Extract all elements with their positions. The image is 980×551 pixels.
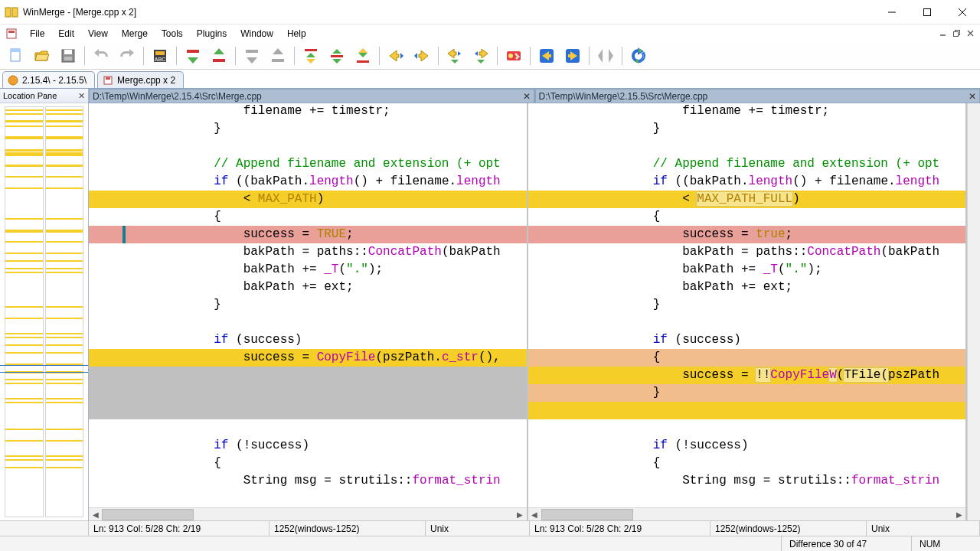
code-line[interactable]: if (success): [528, 331, 966, 349]
code-line[interactable]: [528, 402, 966, 419]
code-line[interactable]: bakPath += _T(".");: [89, 261, 527, 279]
left-horizontal-scrollbar[interactable]: ◀ ▶: [89, 507, 527, 520]
status-left-enc[interactable]: 1252(windows-1252): [270, 521, 426, 536]
code-line[interactable]: success = true;: [528, 226, 966, 243]
code-line[interactable]: }: [528, 296, 966, 314]
mdi-restore-button[interactable]: [949, 28, 963, 40]
copy-right-button[interactable]: [384, 44, 408, 68]
code-line[interactable]: success = CopyFile(pszPath.c_str(),: [89, 349, 527, 367]
scroll-left-arrow-icon[interactable]: ◀: [528, 508, 541, 521]
location-track-left[interactable]: [5, 106, 44, 517]
code-line[interactable]: if (success): [89, 331, 527, 349]
location-pane-body[interactable]: [0, 103, 88, 520]
menu-view[interactable]: View: [81, 27, 115, 41]
code-line[interactable]: bakPath += ext;: [528, 279, 966, 296]
code-line[interactable]: [89, 367, 527, 384]
code-line[interactable]: bakPath += ext;: [89, 279, 527, 296]
options-button[interactable]: [501, 44, 526, 68]
prev-diff-button[interactable]: [207, 44, 231, 68]
code-line[interactable]: // Append filename and extension (+ opt: [528, 155, 966, 173]
close-button[interactable]: [945, 1, 980, 24]
undo-button[interactable]: [89, 44, 113, 68]
last-diff-button[interactable]: [351, 44, 375, 68]
menu-help[interactable]: Help: [280, 27, 313, 41]
code-line[interactable]: filename += timestr;: [528, 103, 966, 120]
show-whitespace-button[interactable]: ABC: [148, 44, 172, 68]
left-pane-close-button[interactable]: ✕: [523, 91, 531, 102]
mdi-doc-icon[interactable]: [5, 27, 18, 41]
location-pane-close-button[interactable]: ✕: [78, 91, 85, 101]
code-line[interactable]: < MAX_PATH_FULL): [528, 191, 966, 208]
tab-file-compare[interactable]: Merge.cpp x 2: [97, 71, 184, 88]
code-line[interactable]: bakPath += _T(".");: [528, 261, 966, 279]
code-line[interactable]: }: [89, 296, 527, 314]
menu-file[interactable]: File: [23, 27, 51, 41]
auto-merge-button[interactable]: [593, 44, 618, 68]
code-line[interactable]: [89, 402, 527, 419]
code-line[interactable]: {: [528, 455, 966, 472]
code-line[interactable]: [89, 419, 527, 437]
mdi-close-button[interactable]: [963, 28, 977, 40]
status-right-eol[interactable]: Unix: [867, 521, 980, 536]
right-pane-close-button[interactable]: ✕: [969, 91, 976, 102]
status-right-enc[interactable]: 1252(windows-1252): [710, 521, 867, 536]
code-line[interactable]: {: [89, 455, 527, 472]
code-line[interactable]: [528, 419, 966, 437]
code-line[interactable]: if ((bakPath.length() + filename.length: [89, 173, 527, 191]
code-line[interactable]: bakPath = paths::ConcatPath(bakPath: [89, 243, 527, 261]
vertical-scrollbar[interactable]: [967, 103, 980, 520]
code-line[interactable]: if (!success): [528, 437, 966, 455]
tab-folder-compare[interactable]: 2.15.4\ - 2.15.5\: [2, 71, 95, 88]
code-line[interactable]: [528, 138, 966, 155]
code-line[interactable]: success = TRUE;: [89, 226, 527, 243]
copy-right-advance-button[interactable]: [443, 44, 467, 68]
copy-left-button[interactable]: [410, 44, 434, 68]
menu-tools[interactable]: Tools: [155, 27, 190, 41]
prev-conflict-button[interactable]: [266, 44, 290, 68]
code-line[interactable]: {: [528, 349, 966, 367]
code-line[interactable]: }: [89, 120, 527, 138]
mdi-minimize-button[interactable]: [936, 28, 949, 40]
left-pane-header[interactable]: D:\Temp\WinMerge\2.15.4\Src\Merge.cpp ✕: [89, 89, 534, 103]
scroll-left-arrow-icon[interactable]: ◀: [89, 508, 102, 521]
all-left-button[interactable]: [560, 44, 585, 68]
next-diff-button[interactable]: [181, 44, 205, 68]
scroll-right-arrow-icon[interactable]: ▶: [952, 508, 965, 521]
open-button[interactable]: [30, 44, 54, 68]
menu-window[interactable]: Window: [234, 27, 280, 41]
code-line[interactable]: if ((bakPath.length() + filename.length: [528, 173, 966, 191]
menu-edit[interactable]: Edit: [51, 27, 81, 41]
menu-merge[interactable]: Merge: [115, 27, 155, 41]
copy-left-advance-button[interactable]: [469, 44, 493, 68]
code-line[interactable]: [89, 138, 527, 155]
scroll-right-arrow-icon[interactable]: ▶: [514, 508, 527, 521]
scroll-thumb[interactable]: [541, 509, 633, 520]
code-line[interactable]: bakPath = paths::ConcatPath(bakPath: [528, 243, 966, 261]
code-line[interactable]: < MAX_PATH): [89, 191, 527, 208]
left-editor[interactable]: filename += timestr; } // Append filenam…: [89, 103, 527, 507]
all-right-button[interactable]: [534, 44, 559, 68]
code-line[interactable]: [89, 384, 527, 402]
code-line[interactable]: // Append filename and extension (+ opt: [89, 155, 527, 173]
redo-button[interactable]: [115, 44, 139, 68]
location-viewport-indicator[interactable]: [0, 365, 88, 373]
current-diff-button[interactable]: [325, 44, 349, 68]
right-horizontal-scrollbar[interactable]: ◀ ▶: [528, 507, 966, 520]
code-line[interactable]: [528, 314, 966, 331]
next-conflict-button[interactable]: [240, 44, 264, 68]
status-left-eol[interactable]: Unix: [426, 521, 530, 536]
refresh-button[interactable]: [626, 44, 651, 68]
menu-plugins[interactable]: Plugins: [190, 27, 234, 41]
minimize-button[interactable]: [874, 1, 910, 24]
code-line[interactable]: {: [89, 208, 527, 226]
scroll-thumb[interactable]: [102, 509, 194, 520]
right-editor[interactable]: filename += timestr; } // Append filenam…: [528, 103, 966, 507]
save-button[interactable]: [56, 44, 80, 68]
code-line[interactable]: }: [528, 384, 966, 402]
code-line[interactable]: String msg = strutils::format_strin: [89, 472, 527, 490]
code-line[interactable]: success = !!CopyFileW(TFile(pszPath: [528, 367, 966, 384]
code-line[interactable]: {: [528, 208, 966, 226]
code-line[interactable]: }: [528, 120, 966, 138]
new-button[interactable]: [4, 44, 28, 68]
code-line[interactable]: [89, 314, 527, 331]
